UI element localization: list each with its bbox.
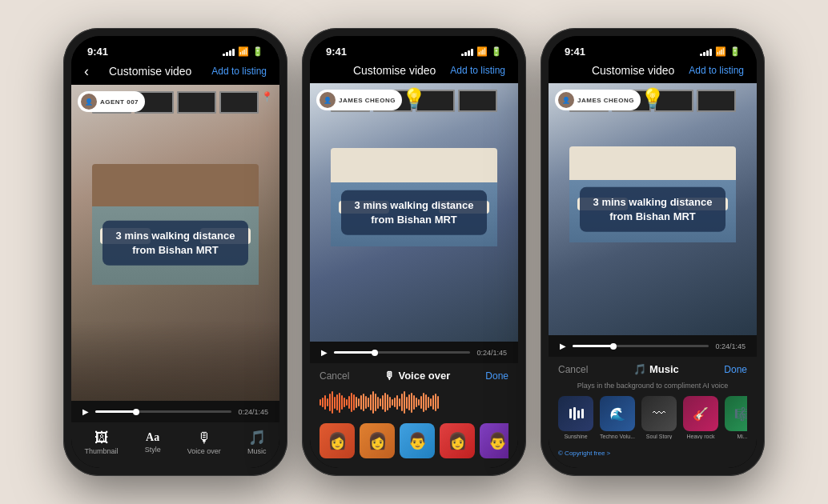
music-subtitle: Plays in the background to compliment AI… xyxy=(558,382,747,390)
voiceover-label: Voice over xyxy=(187,447,221,455)
voiceover-panel: Cancel 🎙 Voice over Done 👩 👩 👨 👩 👨 xyxy=(310,363,518,468)
track-label-5: Mi... xyxy=(725,434,747,439)
phone-2: 9:41 📶 🔋 Customise video Add to listing xyxy=(302,28,526,476)
progress-thumb-3 xyxy=(610,343,617,350)
music-panel: Cancel 🎵 Music Done Plays in the backgro… xyxy=(549,357,757,468)
voice-avatar-3[interactable]: 👨 xyxy=(400,423,435,458)
caption-overlay-1: 3 mins walking distance from Bishan MRT xyxy=(102,220,248,265)
track-label-3: Soul Story xyxy=(641,434,677,439)
thumbnail-icon: 🖼 xyxy=(94,430,109,445)
style-icon: Aa xyxy=(146,432,159,443)
progress-track-1[interactable] xyxy=(95,410,231,413)
caption-overlay-2: 3 mins walking distance from Bishan MRT xyxy=(341,190,487,234)
wifi-icon-3: 📶 xyxy=(715,46,726,57)
voice-avatar-2[interactable]: 👩 xyxy=(360,423,395,458)
track-thumb-1 xyxy=(558,396,593,431)
music-label: Music xyxy=(247,447,267,455)
frame-3 xyxy=(177,91,216,114)
mic-icon: 🎙 xyxy=(384,370,395,382)
track-thumb-2: 🌊 xyxy=(600,396,635,431)
music-note-icon: 🎵 xyxy=(633,363,646,375)
music-cancel-button[interactable]: Cancel xyxy=(558,364,588,375)
nav-title-3: Customise video xyxy=(592,64,675,77)
bed-headboard-1 xyxy=(92,164,259,206)
agent-badge-2: 👤 JAMES CHEONG xyxy=(316,90,402,110)
phone-1: 9:41 📶 🔋 ‹ Customise video Add to listin… xyxy=(63,28,287,476)
status-bar-1: 9:41 📶 🔋 xyxy=(71,36,279,61)
track-misc[interactable]: 🎼 Mi... xyxy=(725,396,747,439)
thumbnail-tool[interactable]: 🖼 Thumbnail xyxy=(85,430,119,455)
caption-text-1: 3 mins walking distance from Bishan MRT xyxy=(116,229,235,255)
status-bar-2: 9:41 📶 🔋 xyxy=(310,36,518,61)
bed-headboard-2 xyxy=(331,148,497,183)
frame-8 xyxy=(458,90,497,112)
video-area-1: 👤 AGENT 007 📍 3 mins walking distance fr… xyxy=(71,85,279,401)
chandelier-3: 💡 xyxy=(641,87,665,110)
music-done-button[interactable]: Done xyxy=(724,364,747,375)
progress-bar-3: ▶ 0:24/1:45 xyxy=(549,335,757,357)
progress-track-2[interactable] xyxy=(334,351,470,354)
nav-bar-1: ‹ Customise video Add to listing xyxy=(71,61,279,85)
phones-container: 9:41 📶 🔋 ‹ Customise video Add to listin… xyxy=(47,12,781,492)
track-heavyrock[interactable]: 🎸 Heavy rock xyxy=(683,396,718,439)
wifi-icon-2: 📶 xyxy=(476,46,488,57)
voiceover-panel-header: Cancel 🎙 Voice over Done xyxy=(320,370,508,382)
track-sunshine[interactable]: Sunshine xyxy=(558,396,593,439)
voiceover-tool[interactable]: 🎙 Voice over xyxy=(187,430,221,455)
signal-icon-1 xyxy=(223,48,235,56)
agent-badge-3: 👤 JAMES CHEONG xyxy=(555,90,641,110)
progress-thumb-2 xyxy=(372,350,378,356)
progress-fill-2 xyxy=(334,351,375,354)
thumbnail-label: Thumbnail xyxy=(85,447,119,455)
progress-track-3[interactable] xyxy=(573,345,709,347)
wifi-icon-1: 📶 xyxy=(238,46,249,57)
signal-icon-3 xyxy=(700,48,712,56)
style-tool[interactable]: Aa Style xyxy=(145,432,161,454)
voice-avatar-5[interactable]: 👨 xyxy=(480,423,508,458)
time-display-3: 0:24/1:45 xyxy=(715,342,746,350)
voiceover-done-button[interactable]: Done xyxy=(485,370,508,382)
voiceover-panel-title: 🎙 Voice over xyxy=(384,370,450,382)
progress-fill-3 xyxy=(573,345,613,347)
chandelier-2: 💡 xyxy=(402,87,426,110)
back-button-1[interactable]: ‹ xyxy=(84,64,89,78)
svg-rect-3 xyxy=(581,409,584,418)
add-to-listing-button-2[interactable]: Add to listing xyxy=(450,65,505,76)
location-pin-1: 📍 xyxy=(261,91,273,102)
svg-rect-1 xyxy=(573,407,576,420)
progress-bar-2: ▶ 0:24/1:45 xyxy=(310,342,518,363)
time-1: 9:41 xyxy=(87,46,108,58)
blur-overlay-1 xyxy=(71,322,279,401)
track-soul[interactable]: 〰 Soul Story xyxy=(641,396,677,439)
music-tool[interactable]: 🎵 Music xyxy=(247,430,267,455)
agent-avatar-2: 👤 xyxy=(320,92,336,108)
add-to-listing-button-1[interactable]: Add to listing xyxy=(211,66,267,77)
copyright-text[interactable]: © Copyright free > xyxy=(558,444,747,458)
play-button-1[interactable]: ▶ xyxy=(82,407,89,416)
time-2: 9:41 xyxy=(326,46,347,58)
music-icon: 🎵 xyxy=(248,430,266,445)
music-panel-title: 🎵 Music xyxy=(633,363,679,375)
track-techno[interactable]: 🌊 Techno Volu... xyxy=(600,396,635,439)
agent-name-3: JAMES CHEONG xyxy=(577,97,634,104)
battery-icon-1: 🔋 xyxy=(252,46,263,57)
agent-avatar-1: 👤 xyxy=(81,94,97,110)
signal-icon-2 xyxy=(461,48,473,56)
music-panel-header: Cancel 🎵 Music Done xyxy=(558,363,747,375)
play-button-2[interactable]: ▶ xyxy=(321,348,328,357)
voiceover-cancel-button[interactable]: Cancel xyxy=(320,370,349,382)
nav-bar-3: Customise video Add to listing xyxy=(549,61,757,83)
track-thumb-3: 〰 xyxy=(641,396,677,431)
style-label: Style xyxy=(145,446,161,454)
add-to-listing-button-3[interactable]: Add to listing xyxy=(689,65,744,76)
time-display-2: 0:24/1:45 xyxy=(476,349,507,357)
agent-avatar-3: 👤 xyxy=(558,92,574,108)
status-icons-3: 📶 🔋 xyxy=(700,46,741,57)
status-bar-3: 9:41 📶 🔋 xyxy=(549,36,757,61)
voice-avatar-1[interactable]: 👩 xyxy=(320,423,355,458)
voice-avatar-4[interactable]: 👩 xyxy=(440,423,475,458)
agent-name-1: AGENT 007 xyxy=(100,98,139,106)
play-button-3[interactable]: ▶ xyxy=(560,342,566,350)
phone-3: 9:41 📶 🔋 Customise video Add to listing xyxy=(541,28,765,476)
battery-icon-2: 🔋 xyxy=(491,46,502,57)
